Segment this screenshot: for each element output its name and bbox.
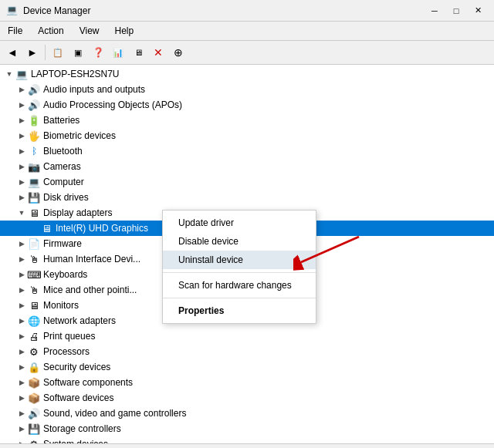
item-icon: 🔊 (28, 99, 40, 111)
list-item[interactable]: ▶ 🔊 Audio inputs and outputs (0, 82, 494, 97)
expander[interactable]: ▶ (15, 299, 28, 312)
item-icon: 🖱 (28, 284, 40, 296)
help-button[interactable]: ❓ (89, 43, 107, 62)
item-icon: 💾 (28, 191, 40, 204)
item-label: Cameras (43, 161, 81, 172)
intel-uhd-label: Intel(R) UHD Graphics (56, 223, 148, 234)
expander[interactable]: ▶ (15, 438, 28, 443)
item-label: Monitors (43, 300, 79, 311)
list-item[interactable]: ▶ 🖨 Print queues (0, 328, 494, 344)
scan-button[interactable]: ⊕ (169, 43, 188, 62)
window-title: Device Manager (23, 5, 90, 16)
maximize-button[interactable]: □ (446, 3, 466, 19)
device-manager-button[interactable]: 📊 (109, 43, 127, 62)
properties-button[interactable]: 📋 (49, 43, 67, 62)
expander[interactable]: ▶ (15, 284, 28, 296)
expander[interactable]: ▶ (15, 253, 28, 265)
expander[interactable]: ▶ (15, 407, 28, 419)
forward-button[interactable]: ► (23, 43, 42, 62)
item-label: Display adapters (43, 207, 112, 218)
toolbar: ◄ ► 📋 ▣ ❓ 📊 🖥 ✕ ⊕ (0, 41, 494, 65)
list-item[interactable]: ▶ 🔊 Sound, video and game controllers (0, 406, 494, 421)
expander[interactable]: ▶ (15, 130, 28, 142)
list-item[interactable]: ▶ ᛒ Bluetooth (0, 143, 494, 159)
expander[interactable]: ▶ (15, 376, 28, 389)
list-item[interactable]: ▶ 🔋 Batteries (0, 113, 494, 128)
item-icon: ᛒ (28, 145, 40, 157)
item-icon: 🖥 (40, 222, 52, 234)
expander[interactable]: ▶ (15, 423, 28, 435)
expander[interactable]: ▶ (15, 237, 28, 250)
item-icon: ⚙ (28, 345, 40, 358)
uninstall-button[interactable]: ✕ (149, 43, 167, 62)
item-icon: 🌐 (28, 315, 40, 327)
item-icon: 🖥 (28, 207, 40, 219)
back-button[interactable]: ◄ (3, 43, 22, 62)
expander[interactable]: ▶ (15, 176, 28, 188)
list-item[interactable]: ▶ ⚙ System devices (0, 436, 494, 443)
expander[interactable]: ▶ (15, 330, 28, 342)
expander[interactable]: ▶ (15, 160, 28, 173)
expander[interactable]: ▼ (15, 207, 28, 219)
expander[interactable]: ▶ (15, 345, 28, 358)
uninstall-device-label: Uninstall device (178, 254, 243, 265)
context-menu-disable-device[interactable]: Disable device (163, 232, 316, 251)
tree-root[interactable]: ▼ 💻 LAPTOP-ESH2SN7U (0, 66, 494, 82)
context-menu: Update driver Disable device Uninstall d… (162, 210, 316, 324)
item-icon: 🔋 (28, 114, 40, 126)
expander[interactable]: ▶ (15, 83, 28, 96)
item-label: Keyboards (43, 269, 87, 280)
context-menu-separator-2 (163, 298, 316, 298)
close-button[interactable]: ✕ (468, 3, 488, 19)
item-icon: 🔊 (28, 83, 40, 96)
list-item[interactable]: ▶ ⚙ Processors (0, 344, 494, 359)
app-icon: 💻 (6, 5, 19, 17)
item-label: Sound, video and game controllers (43, 408, 186, 419)
menu-help[interactable]: Help (107, 23, 142, 39)
root-expander[interactable]: ▼ (3, 68, 15, 80)
context-menu-uninstall-device[interactable]: Uninstall device (163, 251, 316, 269)
item-label: Computer (43, 177, 84, 187)
item-label: System devices (43, 439, 108, 443)
list-item[interactable]: ▶ 🔊 Audio Processing Objects (APOs) (0, 97, 494, 113)
display-button[interactable]: 🖥 (129, 43, 147, 62)
item-icon: 💻 (28, 176, 40, 188)
list-item[interactable]: ▶ 💾 Storage controllers (0, 421, 494, 436)
list-item[interactable]: ▶ 📦 Software components (0, 375, 494, 390)
main-content: ▼ 💻 LAPTOP-ESH2SN7U ▶ 🔊 Audio inputs and… (0, 65, 494, 443)
list-item[interactable]: ▶ 📦 Software devices (0, 390, 494, 406)
context-menu-update-driver[interactable]: Update driver (163, 214, 316, 232)
list-item[interactable]: ▶ 💻 Computer (0, 174, 494, 190)
menu-bar: File Action View Help (0, 22, 494, 41)
list-item[interactable]: ▶ 📷 Cameras (0, 159, 494, 174)
title-bar: 💻 Device Manager ─ □ ✕ (0, 0, 494, 22)
update-driver-label: Update driver (178, 217, 234, 228)
menu-view[interactable]: View (72, 23, 107, 39)
update-driver-button[interactable]: ▣ (69, 43, 87, 62)
item-icon: 📄 (28, 237, 40, 250)
expander[interactable]: ▶ (15, 315, 28, 327)
expander[interactable]: ▶ (15, 114, 28, 126)
expander[interactable]: ▶ (15, 99, 28, 111)
item-icon: 🖐 (28, 130, 40, 142)
item-icon: 🖥 (28, 299, 40, 312)
item-icon: 📦 (28, 392, 40, 404)
menu-file[interactable]: File (0, 23, 30, 39)
list-item[interactable]: ▶ 🖐 Biometric devices (0, 128, 494, 143)
toolbar-separator-1 (45, 45, 46, 60)
item-icon: 📷 (28, 160, 40, 173)
menu-action[interactable]: Action (30, 23, 71, 39)
minimize-button[interactable]: ─ (425, 3, 445, 19)
context-menu-scan-hardware[interactable]: Scan for hardware changes (163, 276, 316, 295)
context-menu-properties[interactable]: Properties (163, 301, 316, 320)
expander[interactable]: ▶ (15, 191, 28, 204)
expander[interactable]: ▶ (15, 392, 28, 404)
item-label: Batteries (43, 115, 80, 126)
expander[interactable]: ▶ (15, 361, 28, 373)
expander (28, 222, 40, 234)
item-icon: 🔊 (28, 407, 40, 419)
list-item[interactable]: ▶ 🔒 Security devices (0, 359, 494, 375)
list-item[interactable]: ▶ 💾 Disk drives (0, 190, 494, 205)
expander[interactable]: ▶ (15, 145, 28, 157)
item-label: Storage controllers (43, 423, 121, 434)
